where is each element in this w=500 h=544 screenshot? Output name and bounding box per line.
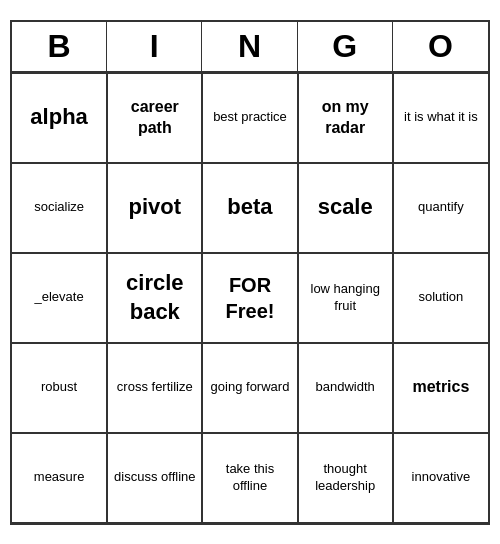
header-letter: B (12, 22, 107, 71)
bingo-cell-3: on my radar (298, 73, 393, 163)
bingo-cell-11: circle back (107, 253, 202, 343)
bingo-cell-0: alpha (12, 73, 107, 163)
bingo-cell-10: _elevate (12, 253, 107, 343)
bingo-cell-17: going forward (202, 343, 297, 433)
bingo-cell-4: it is what it is (393, 73, 488, 163)
bingo-cell-12: FOR Free! (202, 253, 297, 343)
bingo-cell-23: thought leadership (298, 433, 393, 523)
bingo-header: BINGO (12, 22, 488, 73)
bingo-cell-6: pivot (107, 163, 202, 253)
bingo-cell-21: discuss offline (107, 433, 202, 523)
bingo-cell-19: metrics (393, 343, 488, 433)
bingo-cell-22: take this offline (202, 433, 297, 523)
bingo-cell-5: socialize (12, 163, 107, 253)
bingo-cell-20: measure (12, 433, 107, 523)
header-letter: G (298, 22, 393, 71)
bingo-cell-7: beta (202, 163, 297, 253)
bingo-cell-18: bandwidth (298, 343, 393, 433)
bingo-cell-14: solution (393, 253, 488, 343)
bingo-cell-8: scale (298, 163, 393, 253)
header-letter: N (202, 22, 297, 71)
bingo-card: BINGO alphacareer pathbest practiceon my… (10, 20, 490, 525)
header-letter: I (107, 22, 202, 71)
bingo-grid: alphacareer pathbest practiceon my radar… (12, 73, 488, 523)
bingo-cell-15: robust (12, 343, 107, 433)
bingo-cell-1: career path (107, 73, 202, 163)
bingo-cell-24: innovative (393, 433, 488, 523)
bingo-cell-9: quantify (393, 163, 488, 253)
bingo-cell-13: low hanging fruit (298, 253, 393, 343)
bingo-cell-2: best practice (202, 73, 297, 163)
bingo-cell-16: cross fertilize (107, 343, 202, 433)
header-letter: O (393, 22, 488, 71)
